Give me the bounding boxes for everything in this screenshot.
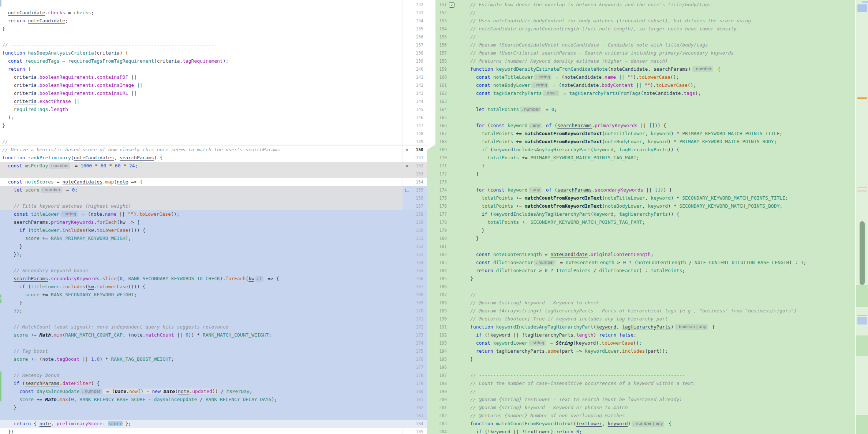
line-number[interactable]: 177: [429, 210, 447, 218]
code-line-original[interactable]: })185: [0, 428, 427, 434]
code-line-added[interactable]: 185}: [427, 275, 868, 283]
code-line-original[interactable]: }182: [0, 404, 427, 412]
line-number[interactable]: 181: [429, 242, 447, 251]
line-number[interactable]: 193: [429, 339, 447, 347]
code-line-original[interactable]: searchParams.primaryKeywords.forEach(kw …: [0, 218, 427, 226]
code-line-original[interactable]: // Derive a heuristic-based score of how…: [0, 146, 427, 154]
code-line-original[interactable]: 136: [0, 33, 427, 41]
code-line-added[interactable]: 168 totalPoints += matchCountFromKeyword…: [427, 138, 868, 146]
line-number[interactable]: 179: [405, 379, 423, 387]
stage-change-checkbox[interactable]: ✓: [449, 2, 454, 8]
line-number[interactable]: 134: [405, 17, 423, 25]
code-line-added[interactable]: 203function matchCountFromKeywordInText(…: [427, 420, 868, 428]
code-line-original[interactable]: 183: [0, 412, 427, 420]
line-number[interactable]: 192: [429, 331, 447, 339]
code-line-added[interactable]: 153// Uses noteCandidate.bodyContent for…: [427, 17, 868, 25]
line-number[interactable]: 178: [405, 371, 423, 379]
code-line-added[interactable]: 183 const dilutionFactor: number = noteC…: [427, 259, 868, 267]
code-line-original[interactable]: requiredTags.length145: [0, 105, 427, 114]
code-line-added[interactable]: 194 return tagHierarchyParts.some(part =…: [427, 347, 868, 355]
code-line-original[interactable]: // MatchCount (weak signal): more indepe…: [0, 323, 427, 331]
code-line-original[interactable]: score += Math.min(RANK_MATCH_COUNT_CAP, …: [0, 331, 427, 339]
code-line-added[interactable]: 167 totalPoints += matchCountFromKeyword…: [427, 130, 868, 138]
code-line-added[interactable]: 165: [427, 114, 868, 122]
code-line-original[interactable]: criteria.booleanRequirements.containsPDF…: [0, 73, 427, 81]
line-number[interactable]: 174: [405, 339, 423, 347]
line-number[interactable]: 143: [405, 89, 423, 97]
code-line-original[interactable]: function rankPreliminary(noteCandidates,…: [0, 154, 427, 162]
line-number[interactable]: 187: [429, 291, 447, 299]
code-line-added[interactable]: 176 totalPoints += matchCountFromKeyword…: [427, 202, 868, 210]
line-number[interactable]: 144: [405, 97, 423, 105]
code-line-added[interactable]: 196: [427, 363, 868, 371]
code-line-original[interactable]: // Title keyword matches (highest weight…: [0, 202, 427, 210]
code-line-added[interactable]: 191function keywordIncludesAnyTagHierarc…: [427, 323, 868, 331]
line-number[interactable]: 179: [429, 226, 447, 234]
line-number[interactable]: 201: [429, 404, 447, 412]
line-number[interactable]: 182: [405, 404, 423, 412]
line-number[interactable]: 169: [429, 146, 447, 154]
code-line-added[interactable]: 160 const noteTitleLower: string = (note…: [427, 73, 868, 81]
line-number[interactable]: 168: [405, 291, 423, 299]
code-line-added[interactable]: 198// Count the number of case-insensiti…: [427, 379, 868, 387]
line-number[interactable]: 157: [405, 202, 423, 210]
code-line-added[interactable]: 204 if (!keyword || !textLower) return 0…: [427, 428, 868, 434]
code-line-original[interactable]: criteria.booleanRequirements.containsURL…: [0, 89, 427, 97]
line-number[interactable]: 150: [405, 146, 423, 154]
line-number[interactable]: 141: [405, 73, 423, 81]
line-number[interactable]: 154: [405, 178, 423, 186]
line-number[interactable]: 136: [405, 33, 423, 41]
code-line-added[interactable]: 155//: [427, 33, 868, 41]
code-line-original[interactable]: });170: [0, 307, 427, 315]
code-line-added[interactable]: 188// @param {string} keyword - Keyword …: [427, 299, 868, 307]
code-line-added[interactable]: 174 for (const keyword: any of (searchPa…: [427, 186, 868, 194]
code-line-original[interactable]: if (searchParams.dateFilter) {179: [0, 379, 427, 387]
code-line-added[interactable]: 157// @param {UserCriteria} searchParams…: [427, 49, 868, 57]
line-number[interactable]: 174: [429, 186, 447, 194]
line-number[interactable]: 194: [429, 347, 447, 355]
code-line-original[interactable]: 171: [0, 315, 427, 323]
code-line-added[interactable]: 170 totalPoints += PRIMARY_KEYWORD_MATCH…: [427, 154, 868, 162]
line-number[interactable]: 177: [405, 363, 423, 371]
code-line-original[interactable]: }147: [0, 122, 427, 130]
code-line-added[interactable]: 169 if (keywordIncludesAnyTagHierarchyPa…: [427, 146, 868, 154]
line-number[interactable]: 204: [429, 428, 447, 434]
line-number[interactable]: 169: [405, 299, 423, 307]
code-line-added[interactable]: 161 const noteBodyLower: string = (noteC…: [427, 81, 868, 89]
line-number[interactable]: 190: [429, 315, 447, 323]
code-line-added[interactable]: 181: [427, 242, 868, 251]
line-number[interactable]: 200: [429, 396, 447, 404]
line-number[interactable]: 191: [429, 323, 447, 331]
line-number[interactable]: 135: [405, 25, 423, 33]
scrollbar-thumb[interactable]: [860, 221, 865, 285]
code-line-original[interactable]: }162: [0, 242, 427, 251]
line-number[interactable]: 140: [405, 65, 423, 73]
code-line-original[interactable]: const daysSinceUpdate: number = (Date.no…: [0, 387, 427, 396]
line-number[interactable]: 137: [405, 41, 423, 49]
code-line-added[interactable]: 182 const noteContentLength = noteCandid…: [427, 251, 868, 259]
code-line-added[interactable]: 151✓// Estimate how dense the overlap is…: [427, 1, 868, 9]
line-number[interactable]: 185: [429, 275, 447, 283]
code-line-added[interactable]: 156// @param {SearchCandidateNote} noteC…: [427, 41, 868, 49]
line-number[interactable]: 142: [405, 81, 423, 89]
code-line-added[interactable]: 180 }: [427, 234, 868, 242]
line-number[interactable]: 138: [405, 49, 423, 57]
code-line-added[interactable]: 152//: [427, 9, 868, 17]
line-number[interactable]: 162: [405, 242, 423, 251]
code-line-added[interactable]: 173: [427, 178, 868, 186]
code-line-added[interactable]: 201// @param {string} keyword - Keyword …: [427, 404, 868, 412]
line-number[interactable]: 183: [429, 259, 447, 267]
code-line-added[interactable]: 186: [427, 283, 868, 291]
code-line-added[interactable]: 179 }: [427, 226, 868, 234]
code-line-added[interactable]: 202// @returns {number} Number of non-ov…: [427, 412, 868, 420]
line-number[interactable]: 170: [405, 307, 423, 315]
line-number[interactable]: 148: [405, 130, 423, 138]
line-number[interactable]: 160: [405, 226, 423, 234]
code-line-original[interactable]: const noteScores = noteCandidates.map(no…: [0, 178, 427, 186]
code-line-original[interactable]: // -------------------------------------…: [0, 41, 427, 49]
code-line-original[interactable]: let score: number = 0;155: [0, 186, 427, 194]
line-number[interactable]: 147: [405, 122, 423, 130]
code-line-original[interactable]: const titleLower: string = (note.name ||…: [0, 210, 427, 218]
line-number[interactable]: 139: [405, 57, 423, 65]
code-line-original[interactable]: // Tag boost175: [0, 347, 427, 355]
